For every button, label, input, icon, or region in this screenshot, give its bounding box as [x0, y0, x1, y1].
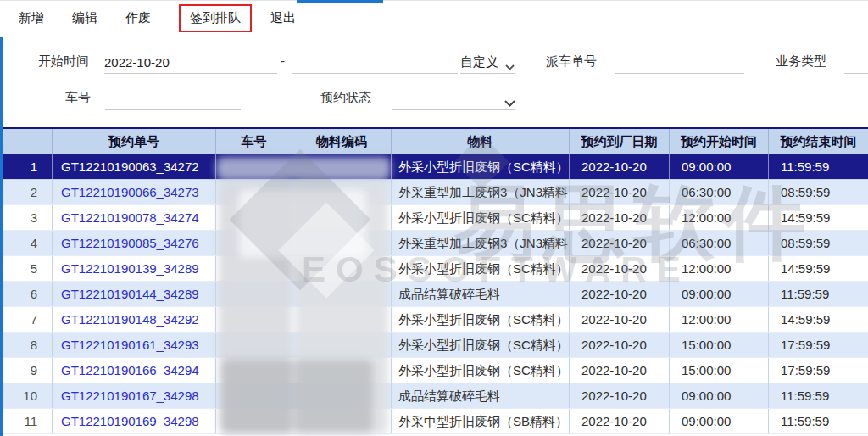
- vehicle-no-cell: [216, 205, 292, 230]
- order-no-link[interactable]: GT12210190063_34272: [61, 159, 199, 174]
- arrive-date-cell: 2022-10-20: [570, 256, 670, 281]
- dispatch-no-input[interactable]: [615, 51, 744, 74]
- order-no-cell: GT12210190066_34273: [53, 180, 216, 204]
- column-header[interactable]: 预约到厂日期: [570, 129, 670, 154]
- order-no-link[interactable]: GT12210190144_34289: [61, 287, 199, 301]
- table-row[interactable]: 1GT12210190063_34272外采小型折旧废钢（SC精料）2022-1…: [0, 154, 868, 180]
- vehicle-no-cell: [216, 282, 292, 306]
- material-code-cell: [292, 154, 392, 179]
- column-header[interactable]: 预约开始时间: [670, 129, 769, 154]
- table-row[interactable]: 7GT12210190148_34292外采小型折旧废钢（SC精料）2022-1…: [0, 307, 868, 333]
- start-time-cell: 06:30:00: [670, 231, 769, 255]
- table-row[interactable]: 6GT12210190144_34289成品结算破碎毛料2022-10-2009…: [0, 282, 868, 307]
- table-row[interactable]: 8GT12210190161_34293外采小型折旧废钢（SC精料）2022-1…: [0, 333, 868, 358]
- vehicle-no-input[interactable]: [105, 87, 241, 110]
- vehicle-no-cell: [216, 231, 292, 255]
- toolbar-button-编辑[interactable]: 编辑: [72, 10, 97, 26]
- column-header[interactable]: 物料编码: [292, 129, 392, 154]
- table-header: 预约单号车号物料编码物料预约到厂日期预约开始时间预约结束时间: [0, 127, 868, 154]
- vehicle-no-cell: [216, 383, 292, 408]
- business-type-label: 业务类型: [776, 53, 826, 70]
- row-number-cell: 6: [0, 282, 53, 306]
- arrive-date-cell: 2022-10-20: [570, 282, 670, 306]
- dispatch-no-label: 派车单号: [546, 53, 597, 70]
- table-row[interactable]: 3GT12210190078_34274外采小型折旧废钢（SC精料）2022-1…: [0, 205, 868, 231]
- column-header[interactable]: 物料: [392, 129, 570, 154]
- table-row[interactable]: 4GT12210190085_34276外采重型加工废钢3（JN3精料）2022…: [0, 231, 868, 256]
- business-type-input[interactable]: [844, 51, 868, 74]
- table-row[interactable]: 10GT12210190167_34298成品结算破碎毛料2022-10-200…: [0, 383, 868, 409]
- column-header[interactable]: 车号: [216, 129, 292, 154]
- start-time-cell: 15:00:00: [670, 358, 769, 383]
- material-code-cell: [292, 256, 392, 281]
- toolbar-button-作废[interactable]: 作废: [125, 10, 151, 26]
- end-date-input[interactable]: [292, 51, 458, 74]
- end-time-cell: 11:59:59: [769, 282, 868, 306]
- row-number-cell: 5: [0, 256, 53, 281]
- row-number-cell: 8: [0, 333, 53, 357]
- filter-panel: 开始时间 - 自定义 派车单号 业务类型 车号 预约状态: [0, 37, 868, 127]
- material-cell: 外采重型加工废钢3（JN3精料）: [392, 180, 570, 204]
- order-no-link[interactable]: GT12210190167_34298: [61, 388, 199, 403]
- table-row[interactable]: 5GT12210190139_34289外采小型折旧废钢（SC精料）2022-1…: [0, 256, 868, 282]
- column-header[interactable]: 预约单号: [53, 129, 216, 154]
- column-header[interactable]: 预约结束时间: [769, 129, 868, 154]
- end-time-cell: 14:59:59: [769, 256, 868, 281]
- table-row[interactable]: 2GT12210190066_34273外采重型加工废钢3（JN3精料）2022…: [0, 180, 868, 205]
- row-number-cell: 1: [0, 154, 53, 179]
- vehicle-no-cell: [216, 307, 292, 332]
- order-no-link[interactable]: GT12210190139_34289: [61, 261, 199, 276]
- vehicle-no-cell: [216, 256, 292, 281]
- vehicle-no-cell: [216, 180, 292, 204]
- row-number-cell: 7: [0, 307, 53, 332]
- start-time-cell: 12:00:00: [670, 256, 769, 281]
- toolbar-button-签到排队[interactable]: 签到排队: [179, 4, 252, 32]
- arrive-date-cell: 2022-10-20: [570, 358, 670, 383]
- material-cell: 外采小型折旧废钢（SC精料）: [392, 205, 570, 230]
- material-cell: 外采小型折旧废钢（SC精料）: [392, 154, 570, 179]
- arrive-date-cell: 2022-10-20: [570, 383, 670, 408]
- material-cell: 成品结算破碎毛料: [392, 282, 570, 306]
- end-time-cell: 17:59:59: [769, 333, 868, 357]
- material-code-cell: [292, 409, 392, 433]
- status-select[interactable]: [392, 87, 515, 110]
- arrive-date-cell: 2022-10-20: [570, 333, 670, 357]
- table-row[interactable]: 9GT12210190166_34294外采小型折旧废钢（SC精料）2022-1…: [0, 358, 868, 383]
- toolbar-button-退出[interactable]: 退出: [270, 10, 296, 26]
- order-no-cell: GT12210190148_34292: [53, 307, 216, 332]
- chevron-down-icon: [504, 100, 515, 107]
- toolbar-button-新增[interactable]: 新增: [19, 10, 44, 26]
- end-time-cell: 14:59:59: [769, 205, 868, 230]
- order-no-cell: GT12210190166_34294: [53, 358, 216, 383]
- appointment-queue-window: 新增编辑作废签到排队退出 开始时间 - 自定义 派车单号 业务类型 车号 预约状…: [0, 0, 868, 436]
- order-no-cell: GT12210190139_34289: [53, 256, 216, 281]
- column-header[interactable]: [0, 129, 53, 154]
- start-time-cell: 12:00:00: [670, 307, 769, 332]
- arrive-date-cell: 2022-10-20: [570, 154, 670, 179]
- material-code-cell: [292, 205, 392, 230]
- material-cell: 外采中型折旧废钢（SB精料）: [392, 409, 570, 433]
- order-no-link[interactable]: GT12210190166_34294: [61, 363, 199, 377]
- arrive-date-cell: 2022-10-20: [570, 231, 670, 255]
- order-no-link[interactable]: GT12210190161_34293: [61, 338, 199, 352]
- order-no-link[interactable]: GT12210190078_34274: [61, 210, 199, 225]
- toolbar: 新增编辑作废签到排队退出: [0, 0, 868, 36]
- start-date-input[interactable]: [104, 51, 277, 74]
- vehicle-no-cell: [216, 358, 292, 383]
- material-code-cell: [292, 307, 392, 332]
- order-no-link[interactable]: GT12210190085_34276: [61, 236, 199, 250]
- end-time-cell: 11:59:59: [769, 154, 868, 179]
- vehicle-no-cell: [216, 154, 292, 179]
- chevron-down-icon: [505, 64, 515, 70]
- row-number-cell: 4: [0, 231, 53, 255]
- end-time-cell: 08:59:59: [769, 231, 868, 255]
- range-preset-select[interactable]: 自定义: [460, 51, 515, 74]
- table-row[interactable]: 11GT12210190169_34298外采中型折旧废钢（SB精料）2022-…: [0, 409, 868, 434]
- order-no-link[interactable]: GT12210190148_34292: [61, 312, 199, 327]
- row-number-cell: 10: [0, 383, 53, 408]
- arrive-date-cell: 2022-10-20: [570, 205, 670, 230]
- end-time-cell: 14:59:59: [769, 307, 868, 332]
- row-number-cell: 3: [0, 205, 53, 230]
- order-no-link[interactable]: GT12210190066_34273: [61, 185, 199, 199]
- order-no-link[interactable]: GT12210190169_34298: [61, 414, 199, 428]
